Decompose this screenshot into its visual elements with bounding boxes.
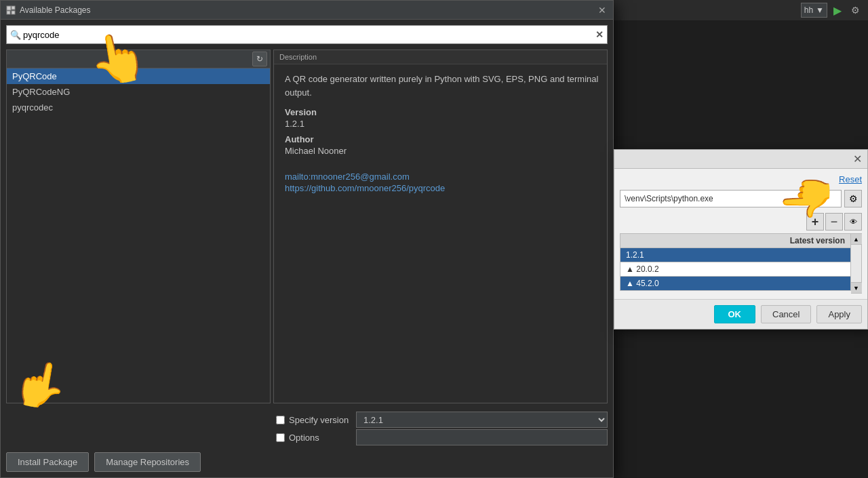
available-packages-title: Available Packages: [20, 5, 91, 15]
package-item-pyqrcode[interactable]: PyQRCode: [7, 68, 270, 84]
settings-gear-button[interactable]: ⚙: [848, 3, 863, 18]
version-cell-2: ▲ 20.0.2: [620, 262, 851, 277]
options-input[interactable]: [356, 429, 608, 445]
pip-path-row: ⚙: [620, 190, 862, 207]
packages-table-wrap: Latest version 1.2.1 ▲ 20.0.2 ▲ 45.2.0: [620, 233, 862, 294]
settings-bottom-buttons: OK Cancel Apply: [614, 299, 867, 329]
pip-path-input[interactable]: [620, 190, 842, 207]
version-label: Version: [285, 107, 599, 117]
packages-window-icon: [6, 5, 16, 15]
scroll-up-button[interactable]: ▲: [851, 234, 862, 245]
version-value: 1.2.1: [285, 119, 599, 129]
available-packages-dialog: Available Packages ✕ 🔍 ✕ ↻ PyQRCode PyQR…: [0, 0, 614, 478]
package-list-panel: ↻ PyQRCode PyQRCodeNG pyqrcodec: [6, 49, 271, 403]
add-row-button[interactable]: +: [806, 213, 824, 231]
settings-top-row: Reset: [620, 174, 862, 184]
author-label: Author: [285, 134, 599, 144]
email-link[interactable]: mailto:mnooner256@gmail.com: [285, 172, 599, 182]
install-package-button[interactable]: Install Package: [6, 452, 89, 472]
specify-version-label: Specify version: [276, 415, 351, 425]
settings-content: Reset ⚙ + − 👁 Latest version 1.2.1: [614, 169, 867, 299]
available-packages-close-button[interactable]: ✕: [597, 5, 608, 16]
ide-controls: hh ▼ ▶ ⚙: [801, 3, 863, 18]
apply-button[interactable]: Apply: [816, 305, 862, 323]
version-cell-1: 1.2.1: [620, 248, 851, 262]
titlebar-left: Available Packages: [6, 5, 91, 15]
avail-bottom: Specify version 1.2.1 1.2.0 1.1.0 1.0.0 …: [1, 409, 613, 477]
specify-version-checkbox[interactable]: [276, 416, 285, 424]
author-value: Michael Nooner: [285, 146, 599, 156]
manage-repositories-button[interactable]: Manage Repositories: [94, 452, 201, 472]
reset-button[interactable]: Reset: [839, 174, 862, 184]
remove-row-button[interactable]: −: [825, 213, 843, 231]
search-input[interactable]: [6, 25, 608, 44]
options-label: Options: [276, 433, 351, 443]
table-row-pyqrcode[interactable]: 1.2.1: [620, 248, 851, 262]
description-panel: Description A QR code generator written …: [273, 49, 608, 403]
version-cell-3: ▲ 45.2.0: [620, 277, 851, 291]
description-header-label: Description: [279, 53, 317, 61]
cancel-button[interactable]: Cancel: [761, 305, 811, 323]
version-row: Specify version 1.2.1 1.2.0 1.1.0 1.0.0: [276, 412, 608, 428]
search-icon: 🔍: [10, 30, 21, 40]
pip-gear-button[interactable]: ⚙: [844, 190, 862, 207]
hh-chevron-icon: ▼: [816, 5, 824, 15]
svg-rect-1: [12, 6, 15, 9]
options-row: Options: [276, 429, 608, 445]
desc-section: A QR code generator written purely in Py…: [282, 73, 599, 193]
package-list: PyQRCode PyQRCodeNG pyqrcodec: [7, 68, 270, 403]
ok-button[interactable]: OK: [714, 305, 756, 323]
scroll-down-button[interactable]: ▼: [851, 282, 862, 293]
available-packages-titlebar: Available Packages ✕: [1, 1, 613, 20]
table-row-setuptools[interactable]: ▲ 45.2.0: [620, 277, 851, 291]
options-checkbox[interactable]: [276, 433, 285, 442]
bottom-buttons: Install Package Manage Repositories: [6, 452, 608, 472]
package-item-pyqrcodec[interactable]: pyqrcodec: [7, 100, 270, 115]
description-content: A QR code generator written purely in Py…: [274, 64, 607, 403]
description-header: Description: [274, 50, 607, 64]
hh-label: hh: [804, 5, 813, 15]
refresh-button[interactable]: ↻: [252, 52, 267, 66]
col-header-latest: Latest version: [620, 234, 851, 248]
version-options-area: Specify version 1.2.1 1.2.0 1.1.0 1.0.0 …: [276, 412, 608, 447]
settings-titlebar: ✕: [614, 150, 867, 169]
eye-button[interactable]: 👁: [844, 213, 862, 231]
package-list-header: ↻: [7, 50, 270, 68]
avail-content: ↻ PyQRCode PyQRCodeNG pyqrcodec Descript…: [6, 49, 608, 403]
table-row-pip[interactable]: ▲ 20.0.2: [620, 262, 851, 277]
play-button[interactable]: ▶: [830, 3, 845, 18]
github-link[interactable]: https://github.com/mnooner256/pyqrcode: [285, 183, 599, 193]
hh-dropdown[interactable]: hh ▼: [801, 3, 827, 18]
search-clear-button[interactable]: ✕: [595, 29, 604, 40]
description-text: A QR code generator written purely in Py…: [285, 73, 599, 99]
settings-dialog: ✕ Reset ⚙ + − 👁 Latest version: [614, 149, 868, 330]
svg-rect-0: [7, 6, 11, 10]
search-bar: 🔍 ✕: [6, 25, 608, 44]
package-item-pyqrcodeng[interactable]: PyQRCodeNG: [7, 84, 270, 100]
packages-table: Latest version 1.2.1 ▲ 20.0.2 ▲ 45.2.0: [620, 233, 851, 291]
settings-dialog-close-button[interactable]: ✕: [853, 153, 862, 165]
svg-rect-3: [12, 11, 15, 14]
version-select[interactable]: 1.2.1 1.2.0 1.1.0 1.0.0: [356, 412, 608, 428]
svg-rect-2: [7, 11, 10, 14]
